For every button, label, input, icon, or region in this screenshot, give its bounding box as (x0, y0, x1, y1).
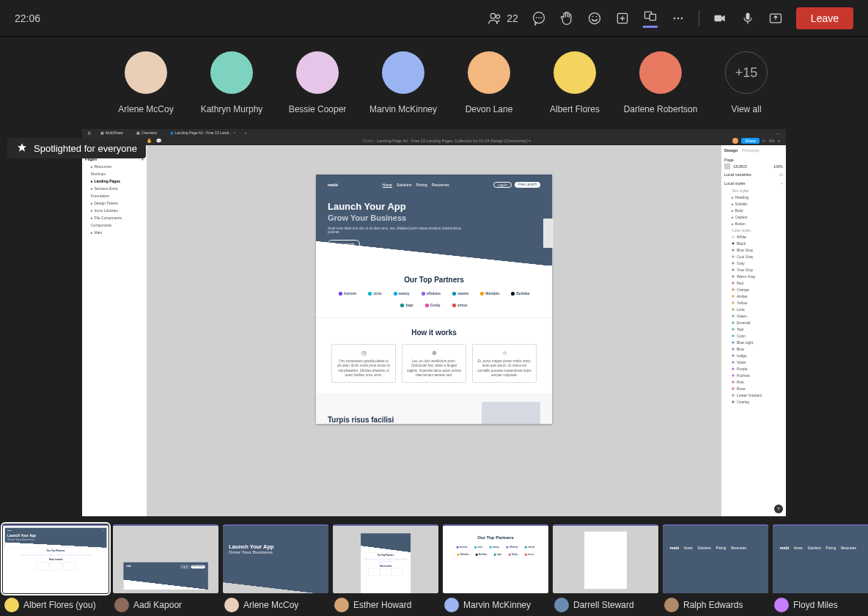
avatar (639, 51, 682, 94)
camera-icon[interactable] (713, 11, 727, 26)
svg-point-3 (589, 12, 600, 23)
figma-tab: ▣MultiShare (96, 130, 128, 136)
call-timer: 22:06 (15, 12, 40, 24)
svg-point-8 (677, 17, 680, 19)
chat-icon[interactable] (532, 11, 546, 26)
figma-tab-active: ▣Landing Page Kit - Free 13 Landi... × (166, 130, 240, 136)
avatar (444, 598, 459, 612)
share-icon[interactable] (768, 11, 783, 26)
participant-thumbnail[interactable]: Our Top Partners How it works Esther How… (333, 524, 438, 616)
participant-thumbnail[interactable]: Darrell Steward (553, 524, 658, 616)
participant-thumbnail[interactable]: Our Top Partners AstromcicloweavyvRokets… (443, 524, 548, 616)
participant-avatar[interactable]: Bessie Cooper (295, 51, 340, 114)
raise-hand-icon[interactable] (559, 11, 574, 26)
rooms-icon[interactable] (643, 8, 658, 28)
participant-thumbnail[interactable]: mabiLog InFree Launch Aadi Kapoor (113, 524, 218, 616)
participant-avatar[interactable]: Arlene McCoy (123, 51, 169, 114)
leave-button[interactable]: Leave (796, 7, 853, 29)
participant-count[interactable]: 22 (488, 11, 518, 26)
avatar (732, 138, 738, 144)
svg-point-9 (681, 17, 683, 19)
avatar (4, 598, 19, 612)
avatar (774, 598, 789, 612)
avatar (334, 598, 349, 612)
shared-screen: ◧ ▣MultiShare ▣Overview ▣Landing Page Ki… (82, 129, 786, 516)
reaction-icon[interactable] (587, 11, 602, 26)
avatar (553, 51, 596, 94)
participant-avatar[interactable]: Darlene Robertson (638, 51, 683, 114)
avatar (468, 51, 510, 94)
figma-layers-panel: LayersAssets+ Landi... Pages+ ▸ Resource… (82, 145, 147, 516)
avatar (210, 51, 253, 94)
avatar (114, 598, 129, 612)
figma-logo-icon: ◧ (88, 131, 92, 135)
participant-avatar[interactable]: Marvin McKinney (380, 51, 426, 114)
figma-artboard: mabi HomeSolutionsPricingResources Log I… (316, 175, 552, 424)
participant-thumbnail[interactable]: mabiHomeSolutionsPricingResources Ralph … (663, 524, 768, 616)
participant-avatar[interactable]: Albert Flores (552, 51, 597, 114)
svg-rect-6 (650, 14, 655, 20)
mic-icon[interactable] (740, 11, 755, 26)
people-icon (488, 11, 502, 26)
avatar (554, 598, 569, 612)
figma-breadcrumb: Drafts / Landing Page Kit - Free 13 Land… (363, 139, 531, 143)
participant-avatar[interactable]: Devon Lane (466, 51, 512, 114)
avatar (664, 598, 679, 612)
svg-point-1 (496, 15, 500, 18)
participant-thumbnail[interactable]: mabi⋯ Launch Your App Grow Your Business… (3, 524, 108, 616)
apps-icon[interactable] (615, 11, 630, 26)
figma-design-panel: DesignPrototype Page 13CBC0100% Local va… (721, 145, 786, 516)
svg-rect-10 (714, 15, 721, 21)
more-icon[interactable] (671, 11, 685, 26)
more-icon: ⋯ (776, 131, 780, 136)
avatar (224, 598, 239, 612)
svg-point-7 (674, 17, 676, 19)
svg-rect-11 (746, 12, 749, 19)
help-icon: ? (774, 505, 783, 513)
avatar (382, 51, 424, 94)
share-button: Share (741, 138, 760, 144)
svg-point-0 (490, 13, 496, 18)
participant-thumbnail[interactable]: mabiHomeSolutionsPricingResources Floyd … (773, 524, 868, 616)
avatar (296, 51, 339, 94)
more-participants[interactable]: +15View all (724, 51, 769, 114)
avatar (125, 51, 167, 94)
spotlight-badge: Spotlighted for everyone (7, 138, 146, 158)
participant-avatar[interactable]: Kathryn Murphy (209, 51, 254, 114)
figma-tab: ▣Overview (132, 130, 161, 136)
participant-thumbnail[interactable]: Launch Your AppGrow Your Business Arlene… (223, 524, 328, 616)
